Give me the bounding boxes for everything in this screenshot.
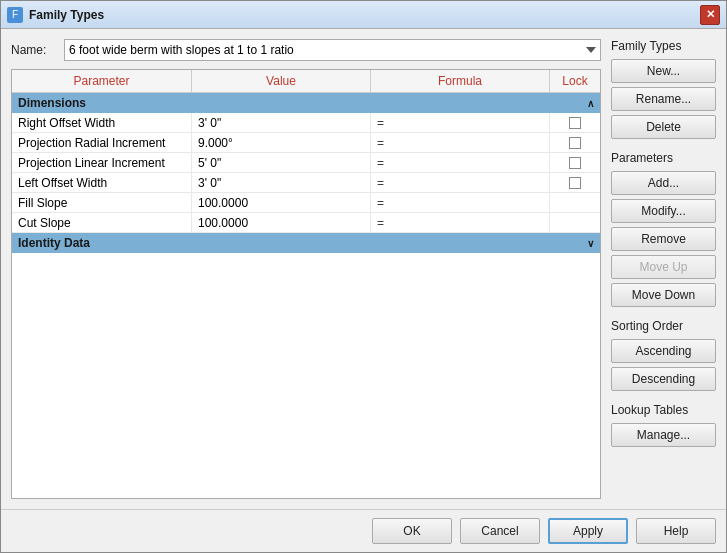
param-name: Cut Slope [12,213,192,232]
section-identity: Identity Data ∨ [12,233,600,253]
table-header: Parameter Value Formula Lock [12,70,600,93]
titlebar-left: F Family Types [7,7,104,23]
name-row: Name: 6 foot wide berm with slopes at 1 … [11,39,601,61]
param-value[interactable]: 5' 0" [192,153,371,172]
cancel-button[interactable]: Cancel [460,518,540,544]
manage-button[interactable]: Manage... [611,423,716,447]
param-value[interactable]: 100.0000 [192,193,371,212]
param-lock [550,173,600,192]
col-lock: Lock [550,70,600,92]
table-row: Right Offset Width 3' 0" = [12,113,600,133]
window-icon: F [7,7,23,23]
name-select[interactable]: 6 foot wide berm with slopes at 1 to 1 r… [64,39,601,61]
param-formula: = [371,213,550,232]
table-row: Projection Linear Increment 5' 0" = [12,153,600,173]
move-up-button[interactable]: Move Up [611,255,716,279]
param-value[interactable]: 3' 0" [192,113,371,132]
param-formula: = [371,133,550,152]
param-name: Left Offset Width [12,173,192,192]
add-button[interactable]: Add... [611,171,716,195]
param-lock [550,133,600,152]
lock-checkbox[interactable] [569,157,581,169]
dimensions-chevron: ∧ [587,98,594,109]
param-formula: = [371,153,550,172]
right-panel: Family Types New... Rename... Delete Par… [611,39,716,499]
footer: OK Cancel Apply Help [1,509,726,552]
left-panel: Name: 6 foot wide berm with slopes at 1 … [11,39,601,499]
col-parameter: Parameter [12,70,192,92]
rename-button[interactable]: Rename... [611,87,716,111]
param-value[interactable]: 3' 0" [192,173,371,192]
col-value: Value [192,70,371,92]
section-dimensions: Dimensions ∧ [12,93,600,113]
family-types-window: F Family Types ✕ Name: 6 foot wide berm … [0,0,727,553]
table-body: Dimensions ∧ Right Offset Width 3' 0" = … [12,93,600,498]
table-row: Fill Slope 100.0000 = [12,193,600,213]
lock-checkbox[interactable] [569,117,581,129]
table-row: Left Offset Width 3' 0" = [12,173,600,193]
titlebar: F Family Types ✕ [1,1,726,29]
identity-chevron: ∨ [587,238,594,249]
param-value[interactable]: 9.000° [192,133,371,152]
help-button[interactable]: Help [636,518,716,544]
param-name: Projection Radial Increment [12,133,192,152]
ascending-button[interactable]: Ascending [611,339,716,363]
section-identity-label: Identity Data [18,236,90,250]
delete-button[interactable]: Delete [611,115,716,139]
param-lock [550,193,600,212]
remove-button[interactable]: Remove [611,227,716,251]
lock-checkbox[interactable] [569,137,581,149]
param-formula: = [371,193,550,212]
param-formula: = [371,173,550,192]
apply-button[interactable]: Apply [548,518,628,544]
param-value[interactable]: 100.0000 [192,213,371,232]
modify-button[interactable]: Modify... [611,199,716,223]
parameters-table: Parameter Value Formula Lock Dimensions … [11,69,601,499]
new-button[interactable]: New... [611,59,716,83]
param-formula: = [371,113,550,132]
close-button[interactable]: ✕ [700,5,720,25]
param-lock [550,153,600,172]
move-down-button[interactable]: Move Down [611,283,716,307]
section-dimensions-label: Dimensions [18,96,86,110]
param-name: Fill Slope [12,193,192,212]
ok-button[interactable]: OK [372,518,452,544]
param-name: Right Offset Width [12,113,192,132]
descending-button[interactable]: Descending [611,367,716,391]
param-name: Projection Linear Increment [12,153,192,172]
main-content: Name: 6 foot wide berm with slopes at 1 … [1,29,726,509]
lock-checkbox[interactable] [569,177,581,189]
param-lock [550,213,600,232]
param-lock [550,113,600,132]
table-row: Cut Slope 100.0000 = [12,213,600,233]
lookup-tables-label: Lookup Tables [611,403,716,417]
col-formula: Formula [371,70,550,92]
identity-empty-area [12,253,600,373]
family-types-label: Family Types [611,39,716,53]
name-label: Name: [11,43,56,57]
window-title: Family Types [29,8,104,22]
sorting-order-label: Sorting Order [611,319,716,333]
table-row: Projection Radial Increment 9.000° = [12,133,600,153]
parameters-label: Parameters [611,151,716,165]
